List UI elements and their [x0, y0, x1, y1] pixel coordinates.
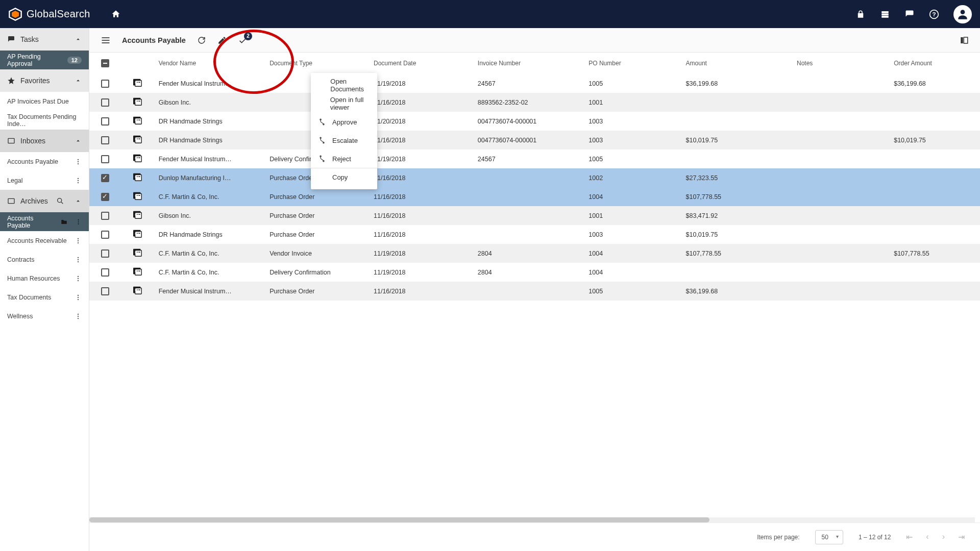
more-vert-icon[interactable] — [75, 237, 82, 244]
sidebar-inbox-item[interactable]: Legal — [0, 171, 89, 190]
context-menu-item[interactable]: Approve — [311, 113, 377, 131]
sidebar-archive-item[interactable]: Wellness — [0, 307, 89, 325]
table-row[interactable]: PDFC.F. Martin & Co, Inc.Vendor Invoice1… — [89, 244, 980, 263]
first-page-button[interactable]: ⇤ — [906, 532, 913, 542]
last-page-button[interactable]: ⇥ — [958, 532, 965, 542]
sidebar-favorite-item[interactable]: Tax Documents Pending Inde… — [0, 111, 89, 130]
lock-icon[interactable] — [855, 9, 866, 19]
document-type-icon[interactable]: PDF — [132, 116, 143, 125]
column-settings-button[interactable] — [960, 36, 969, 45]
column-header[interactable]: PO Number — [584, 53, 681, 74]
document-type-icon[interactable]: PDF — [132, 172, 143, 182]
row-checkbox[interactable] — [101, 231, 109, 239]
cell-amount: $36,199.68 — [682, 74, 793, 93]
sidebar-task-item[interactable]: AP Pending Approval 12 — [0, 51, 89, 69]
more-vert-icon[interactable] — [75, 177, 82, 184]
sidebar-section-favorites[interactable]: Favorites — [0, 69, 89, 92]
column-header[interactable]: Order Amount — [890, 53, 980, 74]
document-type-icon[interactable]: PDF — [132, 267, 143, 276]
table-row[interactable]: PDFDR Handmade Strings11/16/201800477360… — [89, 131, 980, 149]
column-header[interactable]: Vendor Name — [155, 53, 265, 74]
batch-action-button[interactable]: 2 — [238, 35, 248, 45]
prev-page-button[interactable]: ‹ — [926, 532, 928, 542]
cell-amount: $27,323.55 — [682, 168, 793, 187]
items-per-page-select[interactable]: 50 — [815, 530, 843, 544]
context-menu-item[interactable]: Escalate — [311, 131, 377, 149]
more-vert-icon[interactable] — [75, 218, 82, 226]
sidebar-section-inboxes[interactable]: Inboxes — [0, 130, 89, 152]
document-type-icon[interactable]: PDF — [132, 154, 143, 163]
edit-button[interactable] — [217, 36, 227, 45]
more-vert-icon[interactable] — [75, 313, 82, 320]
table-row[interactable]: PDFC.F. Martin & Co, Inc.Purchase Order1… — [89, 187, 980, 206]
table-row[interactable]: PDFFender Musical Instrum…11/19/20182456… — [89, 74, 980, 93]
column-header[interactable]: Amount — [682, 53, 793, 74]
context-menu-item[interactable]: Copy — [311, 168, 377, 186]
sidebar-inbox-item[interactable]: Accounts Payable — [0, 152, 89, 171]
context-menu-item[interactable]: Open Documents — [311, 76, 377, 94]
document-type-icon[interactable]: PDF — [132, 210, 143, 219]
table-row[interactable]: PDFDR Handmade StringsPurchase Order11/1… — [89, 225, 980, 244]
sidebar-archive-item[interactable]: Contracts — [0, 250, 89, 269]
next-page-button[interactable]: › — [942, 532, 945, 542]
select-all-checkbox[interactable] — [101, 59, 109, 67]
document-type-icon[interactable]: PDF — [132, 248, 143, 257]
row-checkbox[interactable] — [101, 212, 109, 220]
more-vert-icon[interactable] — [75, 294, 82, 301]
horizontal-scrollbar[interactable] — [89, 517, 975, 522]
sidebar-section-tasks[interactable]: Tasks — [0, 28, 89, 51]
more-vert-icon[interactable] — [75, 158, 82, 165]
row-checkbox[interactable] — [101, 155, 109, 163]
table-row[interactable]: PDFDunlop Manufacturing I…Purchase Order… — [89, 168, 980, 187]
row-checkbox[interactable] — [101, 268, 109, 277]
table-row[interactable]: PDFGibson Inc.11/16/20188893562-2352-021… — [89, 93, 980, 112]
announcement-icon[interactable] — [904, 9, 915, 19]
table-row[interactable]: PDFGibson Inc.Purchase Order11/16/201810… — [89, 206, 980, 225]
sidebar-archive-item[interactable]: Tax Documents — [0, 288, 89, 307]
row-checkbox[interactable] — [101, 136, 109, 144]
document-type-icon[interactable]: PDF — [132, 135, 143, 144]
home-button[interactable] — [111, 9, 121, 19]
table-row[interactable]: PDFC.F. Martin & Co, Inc.Delivery Confir… — [89, 263, 980, 282]
sidebar-item-label: Accounts Payable — [7, 158, 58, 165]
table-row[interactable]: PDFDR Handmade Strings11/20/201800477360… — [89, 112, 980, 131]
column-header[interactable]: Invoice Number — [474, 53, 584, 74]
sidebar-section-archives[interactable]: Archives — [0, 190, 89, 212]
sidebar-favorite-item[interactable]: AP Invoices Past Due — [0, 92, 89, 111]
document-type-icon[interactable]: PDF — [132, 78, 143, 87]
document-type-icon[interactable]: PDF — [132, 286, 143, 295]
row-checkbox[interactable] — [101, 287, 109, 295]
row-checkbox[interactable] — [101, 80, 109, 88]
row-checkbox[interactable] — [101, 117, 109, 126]
cell-doctype: Purchase Order — [265, 282, 370, 300]
table-row[interactable]: PDFFender Musical Instrum…Delivery Confi… — [89, 149, 980, 168]
user-avatar[interactable] — [953, 5, 972, 23]
cell-vendor: Fender Musical Instrum… — [155, 74, 265, 93]
document-type-icon[interactable]: PDF — [132, 191, 143, 201]
refresh-button[interactable] — [197, 36, 206, 45]
column-header[interactable]: Document Type — [265, 53, 370, 74]
logo[interactable]: GlobalSearch — [8, 7, 90, 21]
sidebar-archive-item[interactable]: Human Resources — [0, 269, 89, 288]
context-menu-item[interactable]: Reject — [311, 149, 377, 168]
menu-item-icon — [318, 118, 326, 126]
row-checkbox[interactable] — [101, 193, 109, 201]
document-type-icon[interactable]: PDF — [132, 97, 143, 106]
help-icon[interactable]: ? — [929, 9, 939, 19]
menu-item-label: Copy — [332, 173, 348, 181]
more-vert-icon[interactable] — [75, 256, 82, 263]
context-menu-item[interactable]: Open in full viewer — [311, 94, 377, 113]
search-icon[interactable] — [56, 197, 64, 205]
sidebar-archive-item-selected[interactable]: Accounts Payable — [0, 212, 89, 231]
storage-icon[interactable] — [880, 9, 890, 19]
row-checkbox[interactable] — [101, 174, 109, 182]
document-type-icon[interactable]: PDF — [132, 229, 143, 238]
sidebar-archive-item[interactable]: Accounts Receivable — [0, 231, 89, 250]
menu-button[interactable] — [101, 35, 111, 45]
row-checkbox[interactable] — [101, 98, 109, 107]
more-vert-icon[interactable] — [75, 275, 82, 282]
column-header[interactable]: Document Date — [370, 53, 474, 74]
row-checkbox[interactable] — [101, 249, 109, 258]
column-header[interactable]: Notes — [793, 53, 890, 74]
table-row[interactable]: PDFFender Musical Instrum…Purchase Order… — [89, 282, 980, 300]
